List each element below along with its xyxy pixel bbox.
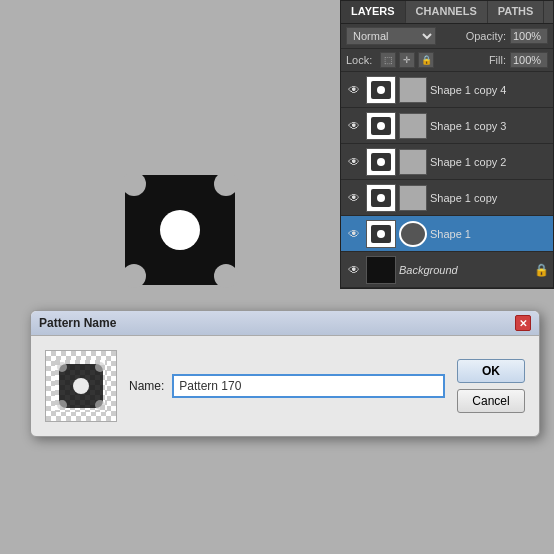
eye-icon-shape1copy2[interactable]: 👁 — [345, 153, 363, 171]
lock-move-btn[interactable]: ✛ — [399, 52, 415, 68]
layer-mask-shape1copy — [399, 185, 427, 211]
layer-thumb-shape1copy4 — [366, 76, 396, 104]
layer-name-shape1copy: Shape 1 copy — [430, 192, 549, 204]
tab-paths[interactable]: PATHS — [488, 1, 545, 23]
dialog-title: Pattern Name — [39, 316, 116, 330]
pattern-name-dialog: Pattern Name ✕ — [30, 310, 540, 437]
svg-point-16 — [122, 172, 146, 196]
svg-point-26 — [57, 362, 67, 372]
svg-point-14 — [377, 230, 385, 238]
layer-thumb-shape1copy2 — [366, 148, 396, 176]
svg-point-17 — [214, 172, 238, 196]
dialog-buttons: OK Cancel — [457, 359, 525, 413]
dialog-titlebar: Pattern Name ✕ — [31, 311, 539, 336]
layer-thumb-svg — [367, 77, 395, 103]
tab-channels[interactable]: CHANNELS — [406, 1, 488, 23]
ok-button[interactable]: OK — [457, 359, 525, 383]
layer-thumb-svg2 — [367, 113, 395, 139]
layer-name-shape1copy3: Shape 1 copy 3 — [430, 120, 549, 132]
lock-pixel-btn[interactable]: ⬚ — [380, 52, 396, 68]
layer-thumb-svg5 — [367, 221, 395, 247]
layer-row-background[interactable]: 👁 Background 🔒 — [341, 252, 553, 288]
opacity-input[interactable] — [510, 28, 548, 44]
layer-row-shape1copy4[interactable]: 👁 Shape 1 copy 4 — [341, 72, 553, 108]
svg-point-8 — [377, 158, 385, 166]
svg-point-30 — [73, 378, 89, 394]
eye-icon-shape1copy4[interactable]: 👁 — [345, 81, 363, 99]
layer-thumb-shape1copy — [366, 184, 396, 212]
svg-point-11 — [377, 194, 385, 202]
layer-row-shape1copy3[interactable]: 👁 Shape 1 copy 3 — [341, 108, 553, 144]
layer-thumb-background — [366, 256, 396, 284]
layer-mask-shape1copy4 — [399, 77, 427, 103]
layer-name-shape1: Shape 1 — [430, 228, 549, 240]
layer-row-shape1copy[interactable]: 👁 Shape 1 copy — [341, 180, 553, 216]
svg-point-29 — [95, 400, 105, 410]
svg-point-18 — [122, 264, 146, 288]
panel-tabs: LAYERS CHANNELS PATHS — [341, 1, 553, 24]
opacity-label: Opacity: — [466, 30, 506, 42]
dialog-close-button[interactable]: ✕ — [515, 315, 531, 331]
blend-mode-select[interactable]: Normal — [346, 27, 436, 45]
background-lock-icon: 🔒 — [534, 263, 549, 277]
eye-icon-shape1copy[interactable]: 👁 — [345, 189, 363, 207]
layer-mask-shape1 — [399, 221, 427, 247]
fill-input[interactable] — [510, 52, 548, 68]
svg-point-19 — [214, 264, 238, 288]
shape-svg — [120, 170, 240, 290]
layer-row-shape1[interactable]: 👁 Shape 1 — [341, 216, 553, 252]
fill-label: Fill: — [489, 54, 506, 66]
layer-row-shape1copy2[interactable]: 👁 Shape 1 copy 2 — [341, 144, 553, 180]
svg-point-28 — [57, 400, 67, 410]
svg-point-2 — [377, 86, 385, 94]
layer-thumb-svg4 — [367, 185, 395, 211]
svg-point-27 — [95, 362, 105, 372]
dialog-preview-svg — [55, 360, 107, 412]
eye-icon-shape1copy3[interactable]: 👁 — [345, 117, 363, 135]
pattern-name-input[interactable] — [172, 374, 445, 398]
svg-point-20 — [160, 210, 200, 250]
layer-name-shape1copy2: Shape 1 copy 2 — [430, 156, 549, 168]
cancel-button[interactable]: Cancel — [457, 389, 525, 413]
dialog-form: Name: — [129, 374, 445, 398]
eye-icon-background[interactable]: 👁 — [345, 261, 363, 279]
layer-name-background: Background — [399, 264, 529, 276]
layer-mask-shape1copy3 — [399, 113, 427, 139]
name-label: Name: — [129, 379, 164, 393]
svg-point-5 — [377, 122, 385, 130]
eye-icon-shape1[interactable]: 👁 — [345, 225, 363, 243]
layer-thumb-svg3 — [367, 149, 395, 175]
layer-mask-shape1copy2 — [399, 149, 427, 175]
lock-fill-row: Lock: ⬚ ✛ 🔒 Fill: — [341, 49, 553, 72]
name-field-row: Name: — [129, 374, 445, 398]
lock-icons: ⬚ ✛ 🔒 — [380, 52, 434, 68]
canvas-shape — [120, 170, 240, 293]
layer-thumb-shape1copy3 — [366, 112, 396, 140]
blend-opacity-row: Normal Opacity: — [341, 24, 553, 49]
layers-panel: LAYERS CHANNELS PATHS Normal Opacity: Lo… — [340, 0, 554, 289]
lock-all-btn[interactable]: 🔒 — [418, 52, 434, 68]
lock-label: Lock: — [346, 54, 372, 66]
dialog-body: Name: OK Cancel — [31, 336, 539, 436]
layer-thumb-shape1 — [366, 220, 396, 248]
dialog-preview — [45, 350, 117, 422]
tab-layers[interactable]: LAYERS — [341, 1, 406, 23]
layer-name-shape1copy4: Shape 1 copy 4 — [430, 84, 549, 96]
